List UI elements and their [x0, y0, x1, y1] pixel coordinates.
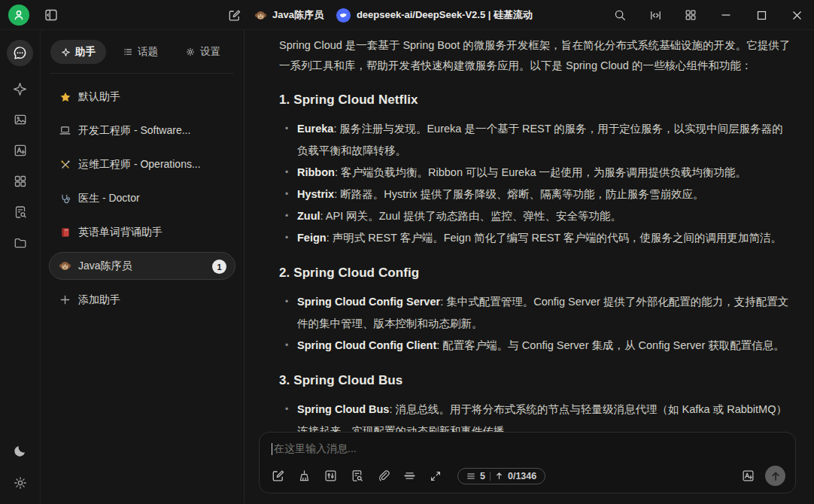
- translate-button[interactable]: [740, 469, 755, 484]
- expand-input-button[interactable]: [428, 469, 443, 484]
- sparkle-icon: [12, 81, 28, 97]
- context-token-counter[interactable]: 5 0/1346: [457, 468, 545, 484]
- assistant-label: Java陈序员: [78, 260, 132, 273]
- translate-icon: [741, 469, 755, 483]
- bullet-term: Spring Cloud Bus: [297, 403, 389, 415]
- maximize-button[interactable]: [755, 8, 768, 22]
- settings-button[interactable]: [12, 475, 29, 491]
- chat-area: Spring Cloud 是一套基于 Spring Boot 的微服务开发框架，…: [245, 30, 814, 503]
- message-input[interactable]: 在这里输入消息...: [260, 433, 795, 456]
- theme-toggle[interactable]: [12, 442, 29, 459]
- tab-label: 助手: [75, 45, 96, 59]
- arrow-up-icon: [495, 472, 503, 480]
- titlebar-right: [613, 0, 803, 30]
- bullet-item: Eureka: 服务注册与发现。Eureka 是一个基于 REST 的服务，用于…: [284, 118, 791, 162]
- laptop-icon: [59, 124, 71, 137]
- nav-miniapps[interactable]: [12, 173, 29, 190]
- new-chat-button[interactable]: [226, 8, 241, 23]
- sidebar-item-english[interactable]: 英语单词背诵助手: [49, 218, 235, 246]
- sidebar-item-operations[interactable]: 运维工程师 - Operations...: [49, 150, 235, 178]
- bullet-term: Ribbon: [297, 166, 335, 178]
- grid-icon: [13, 174, 28, 189]
- bullet-term: Zuul: [297, 210, 320, 222]
- app-window: Java陈序员 deepseek-ai/DeepSeek-V2.5 | 硅基流动: [0, 0, 814, 504]
- search-icon[interactable]: [613, 8, 627, 22]
- tab-topics[interactable]: 话题: [112, 40, 169, 64]
- titlebar: Java陈序员 deepseek-ai/DeepSeek-V2.5 | 硅基流动: [0, 0, 814, 30]
- new-topic-button[interactable]: [270, 469, 285, 484]
- assistant-label: 医生 - Doctor: [78, 192, 140, 205]
- clear-context-button[interactable]: [402, 469, 417, 484]
- assistant-label: 运维工程师 - Operations...: [78, 158, 201, 172]
- bullet-item: Ribbon: 客户端负载均衡。Ribbon 可以与 Eureka 一起使用，为…: [284, 162, 791, 184]
- context-count: 5: [480, 471, 485, 481]
- close-button[interactable]: [790, 8, 803, 22]
- person-icon: [13, 9, 25, 21]
- message-input-card: 在这里输入消息...: [259, 432, 796, 493]
- input-placeholder: 在这里输入消息...: [274, 442, 357, 456]
- message-sections: 1. Spring Cloud NetflixEureka: 服务注册与发现。E…: [279, 92, 791, 442]
- nav-translate[interactable]: [12, 142, 29, 159]
- titlebar-center: Java陈序员 deepseek-ai/DeepSeek-V2.5 | 硅基流动: [226, 0, 533, 30]
- send-button[interactable]: [765, 466, 785, 486]
- sidebar-tabs: 助手 话题 设置: [49, 40, 235, 64]
- sliders-icon: [323, 469, 338, 483]
- deepseek-logo-icon: [336, 8, 351, 23]
- gear-icon: [13, 475, 28, 490]
- model-selector[interactable]: deepseek-ai/DeepSeek-V2.5 | 硅基流动: [336, 8, 533, 23]
- image-icon: [13, 112, 28, 127]
- clear-messages-button[interactable]: [296, 469, 311, 484]
- tab-label: 话题: [138, 45, 158, 59]
- stethoscope-icon: [59, 192, 71, 205]
- add-assistant-button[interactable]: 添加助手: [49, 286, 235, 314]
- assistant-tab-label: Java陈序员: [272, 8, 323, 22]
- minimize-button[interactable]: [719, 8, 733, 22]
- assistant-tab[interactable]: Java陈序员: [254, 8, 323, 22]
- nav-chat[interactable]: [7, 40, 33, 66]
- monkey-icon: [254, 9, 267, 22]
- sidebar-item-developer[interactable]: 开发工程师 - Software...: [49, 117, 235, 144]
- file-search-icon: [13, 205, 28, 220]
- bullet-item: Hystrix: 断路器。Hystrix 提供了服务降级、熔断、隔离等功能，防止…: [284, 184, 791, 205]
- star-icon: [59, 90, 71, 103]
- attachment-button[interactable]: [375, 469, 390, 484]
- nav-knowledge[interactable]: [12, 204, 29, 220]
- apps-grid-icon[interactable]: [684, 8, 697, 22]
- send-arrow-icon: [770, 471, 781, 481]
- nav-agents[interactable]: [12, 80, 29, 97]
- assistant-label: 开发工程师 - Software...: [78, 124, 190, 138]
- nav-files[interactable]: [12, 235, 29, 251]
- sidebar-item-default[interactable]: 默认助手: [49, 83, 235, 111]
- tab-label: 设置: [200, 45, 220, 59]
- nav-images[interactable]: [12, 111, 29, 128]
- model-title: deepseek-ai/DeepSeek-V2.5 | 硅基流动: [357, 8, 533, 22]
- text-caret: [272, 443, 272, 455]
- file-search-icon: [350, 469, 364, 483]
- sidebar-toggle-icon[interactable]: [44, 8, 59, 23]
- bullet-term: Feign: [297, 232, 327, 244]
- bullet-item: Feign: 声明式 REST 客户端。Feign 简化了编写 REST 客户端…: [284, 227, 791, 249]
- divider: [490, 472, 491, 481]
- message-intro: Spring Cloud 是一套基于 Spring Boot 的微服务开发框架，…: [279, 35, 791, 76]
- bullet-term: Spring Cloud Config Server: [297, 296, 440, 308]
- knowledge-base-button[interactable]: [349, 469, 364, 484]
- moon-icon: [13, 443, 28, 458]
- sidebar-item-java[interactable]: Java陈序员1: [49, 252, 235, 280]
- tab-settings[interactable]: 设置: [175, 40, 231, 64]
- tab-assistants[interactable]: 助手: [50, 40, 106, 64]
- bullet-item: Zuul: API 网关。Zuul 提供了动态路由、监控、弹性、安全等功能。: [284, 205, 791, 227]
- assistant-label: 默认助手: [78, 90, 120, 104]
- toolbar-right: [740, 466, 785, 486]
- divider: [50, 73, 234, 74]
- fit-width-icon[interactable]: [648, 8, 662, 22]
- assistant-label: 英语单词背诵助手: [78, 226, 162, 239]
- section-heading: 1. Spring Cloud Netflix: [279, 92, 791, 108]
- paperclip-icon: [376, 469, 390, 483]
- bullet-term: Eureka: [297, 123, 333, 135]
- section-heading: 2. Spring Cloud Config: [279, 265, 791, 281]
- section-heading: 3. Spring Cloud Bus: [279, 372, 791, 389]
- model-settings-button[interactable]: [323, 469, 338, 484]
- sidebar-item-doctor[interactable]: 医生 - Doctor: [49, 184, 235, 212]
- user-avatar[interactable]: [8, 5, 29, 26]
- bullet-term: Spring Cloud Config Client: [297, 339, 436, 351]
